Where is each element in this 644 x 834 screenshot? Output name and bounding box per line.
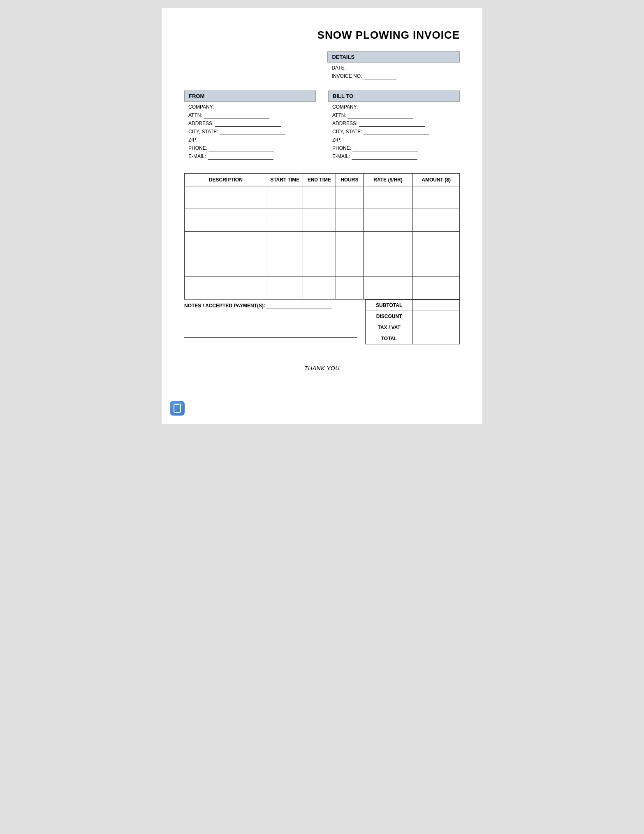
bill-to-section: BILL TO COMPANY: ATTN: ADDRESS:: [328, 91, 460, 162]
notes-label: NOTES / ACCEPTED PAYMENT(S):: [184, 303, 357, 309]
tax-vat-value[interactable]: [413, 322, 460, 333]
table-row[interactable]: [185, 186, 460, 209]
bill-phone: PHONE:: [328, 145, 460, 151]
bill-company-line[interactable]: [359, 104, 425, 110]
bill-company: COMPANY:: [328, 104, 460, 110]
service-table: DESCRIPTION START TIME END TIME HOURS RA…: [184, 173, 460, 300]
row2-end[interactable]: [303, 209, 336, 232]
bill-zip: ZIP:: [328, 137, 460, 143]
row1-rate[interactable]: [363, 186, 412, 209]
row4-end[interactable]: [303, 254, 336, 277]
row1-start[interactable]: [267, 186, 303, 209]
date-field: DATE:: [327, 65, 460, 71]
col-amount: AMOUNT ($): [413, 174, 460, 186]
from-phone: PHONE:: [184, 145, 316, 151]
from-email-line[interactable]: [208, 153, 273, 160]
from-company: COMPANY:: [184, 104, 316, 110]
row1-amount[interactable]: [413, 186, 460, 209]
row3-hours[interactable]: [336, 232, 363, 254]
table-header-row: DESCRIPTION START TIME END TIME HOURS RA…: [185, 174, 460, 186]
tax-row: TAX / VAT: [366, 322, 460, 333]
discount-label: DISCOUNT: [366, 311, 413, 322]
row2-start[interactable]: [267, 209, 303, 232]
row5-hours[interactable]: [336, 277, 363, 300]
row4-start[interactable]: [267, 254, 303, 277]
invoice-no-line[interactable]: [364, 73, 396, 79]
from-address: ADDRESS:: [184, 121, 316, 127]
row3-start[interactable]: [267, 232, 303, 254]
notes-payment-line[interactable]: [266, 303, 332, 309]
from-header: FROM: [184, 91, 316, 102]
notes-line-2[interactable]: [184, 332, 357, 338]
row4-rate[interactable]: [363, 254, 412, 277]
from-phone-line[interactable]: [208, 145, 274, 151]
from-billto-section: FROM COMPANY: ATTN: ADDRESS:: [184, 91, 460, 162]
invoice-page: SNOW PLOWING INVOICE DETAILS DATE: INVOI…: [162, 8, 482, 424]
bill-email-line[interactable]: [352, 153, 417, 160]
row3-desc[interactable]: [185, 232, 267, 254]
bill-city-state-line[interactable]: [364, 129, 429, 135]
discount-value[interactable]: [413, 311, 460, 322]
bill-email: E-MAIL:: [328, 153, 460, 160]
row3-end[interactable]: [303, 232, 336, 254]
table-row[interactable]: [185, 254, 460, 277]
row4-amount[interactable]: [413, 254, 460, 277]
tax-vat-label: TAX / VAT: [366, 322, 413, 333]
row1-desc[interactable]: [185, 186, 267, 209]
subtotal-label: SUBTOTAL: [366, 300, 413, 311]
bill-phone-line[interactable]: [352, 145, 418, 151]
col-description: DESCRIPTION: [185, 174, 267, 186]
row1-hours[interactable]: [336, 186, 363, 209]
from-attn: ATTN:: [184, 112, 316, 118]
bill-city-state: CITY, STATE:: [328, 129, 460, 135]
row4-desc[interactable]: [185, 254, 267, 277]
app-icon-inner: [174, 404, 181, 413]
row1-end[interactable]: [303, 186, 336, 209]
row5-start[interactable]: [267, 277, 303, 300]
row5-end[interactable]: [303, 277, 336, 300]
date-line[interactable]: [347, 65, 413, 71]
bill-attn: ATTN:: [328, 112, 460, 118]
subtotal-value[interactable]: [413, 300, 460, 311]
row5-desc[interactable]: [185, 277, 267, 300]
bill-zip-line[interactable]: [343, 137, 375, 143]
total-row: TOTAL: [366, 333, 460, 344]
total-label: TOTAL: [366, 333, 413, 344]
row3-amount[interactable]: [413, 232, 460, 254]
bill-attn-line[interactable]: [347, 112, 413, 118]
discount-row: DISCOUNT: [366, 311, 460, 322]
col-hours: HOURS: [336, 174, 363, 186]
bill-address-line[interactable]: [359, 121, 425, 127]
col-start-time: START TIME: [267, 174, 303, 186]
bill-to-header: BILL TO: [328, 91, 460, 102]
totals-box: SUBTOTAL DISCOUNT TAX / VAT TOTAL: [365, 300, 460, 344]
row2-rate[interactable]: [363, 209, 412, 232]
details-section: DETAILS DATE: INVOICE NO.: [184, 51, 460, 81]
from-zip-line[interactable]: [199, 137, 232, 143]
from-email: E-MAIL:: [184, 153, 316, 160]
col-rate: RATE ($/HR): [363, 174, 412, 186]
bill-address: ADDRESS:: [328, 121, 460, 127]
total-value[interactable]: [413, 333, 460, 344]
table-row[interactable]: [185, 277, 460, 300]
row5-amount[interactable]: [413, 277, 460, 300]
row2-hours[interactable]: [336, 209, 363, 232]
row3-rate[interactable]: [363, 232, 412, 254]
table-row[interactable]: [185, 209, 460, 232]
from-company-line[interactable]: [215, 104, 281, 110]
from-city-state: CITY, STATE:: [184, 129, 316, 135]
row2-amount[interactable]: [413, 209, 460, 232]
from-attn-line[interactable]: [204, 112, 269, 118]
invoice-no-field: INVOICE NO.: [327, 73, 460, 79]
row4-hours[interactable]: [336, 254, 363, 277]
table-row[interactable]: [185, 232, 460, 254]
from-city-state-line[interactable]: [220, 129, 285, 135]
col-end-time: END TIME: [303, 174, 336, 186]
app-icon[interactable]: [170, 401, 185, 416]
row5-rate[interactable]: [363, 277, 412, 300]
from-address-line[interactable]: [215, 121, 281, 127]
row2-desc[interactable]: [185, 209, 267, 232]
totals-table: SUBTOTAL DISCOUNT TAX / VAT TOTAL: [365, 300, 460, 344]
bottom-section: NOTES / ACCEPTED PAYMENT(S): SUBTOTAL DI…: [184, 300, 460, 344]
notes-line-1[interactable]: [184, 318, 357, 324]
